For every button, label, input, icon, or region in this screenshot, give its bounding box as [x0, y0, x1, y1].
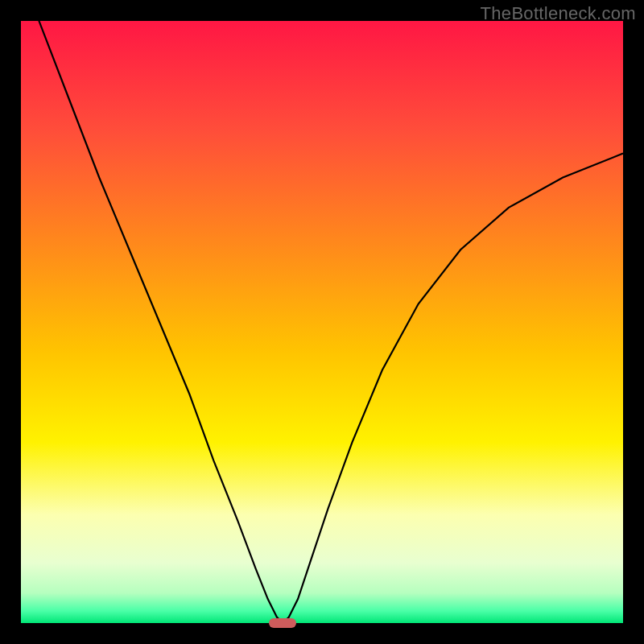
- bottleneck-curve: [21, 21, 623, 623]
- watermark-text: TheBottleneck.com: [481, 3, 636, 24]
- optimal-marker: [269, 618, 296, 628]
- plot-area: [21, 21, 623, 623]
